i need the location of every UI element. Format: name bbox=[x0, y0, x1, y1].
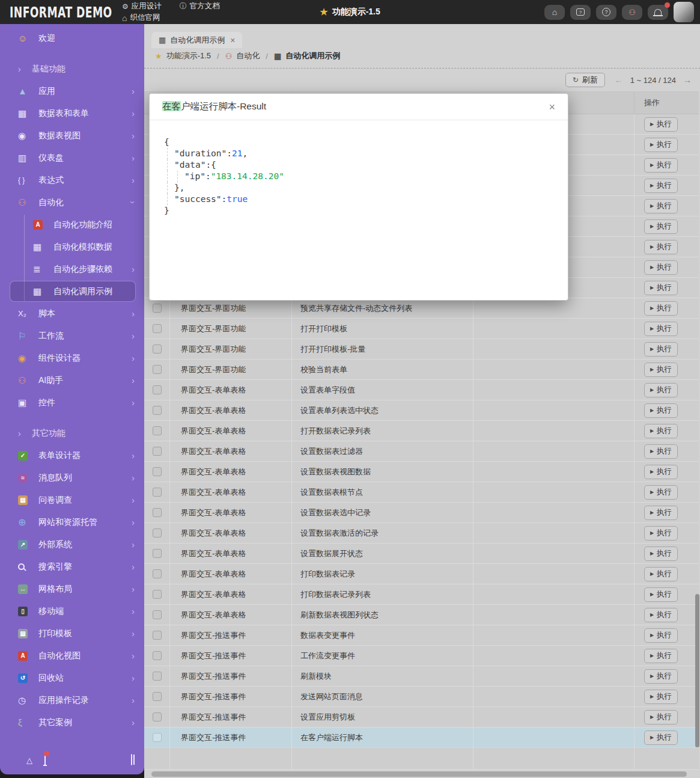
row-checkbox[interactable] bbox=[153, 631, 162, 640]
execute-button[interactable]: ▶执行 bbox=[644, 199, 678, 213]
execute-button[interactable]: ▶执行 bbox=[644, 444, 678, 459]
row-checkbox[interactable] bbox=[153, 651, 162, 660]
execute-button[interactable]: ▶执行 bbox=[644, 363, 678, 377]
bell-icon[interactable] bbox=[44, 755, 46, 765]
execute-button[interactable]: ▶执行 bbox=[644, 731, 678, 745]
execute-button[interactable]: ▶执行 bbox=[644, 240, 678, 254]
execute-button[interactable]: ▶执行 bbox=[644, 506, 678, 520]
row-checkbox[interactable] bbox=[153, 569, 162, 578]
row-checkbox[interactable] bbox=[153, 549, 162, 558]
execute-button[interactable]: ▶执行 bbox=[644, 587, 678, 602]
tab-close-icon[interactable]: × bbox=[230, 35, 235, 45]
table-row[interactable]: 界面交互-表单表格设置数据表根节点▶执行 bbox=[144, 482, 699, 503]
sidebar-item-15[interactable]: ⚇AI助手› bbox=[0, 369, 144, 391]
sidebar-item-13[interactable]: ⚐工作流› bbox=[0, 325, 144, 347]
sidebar-item-27[interactable]: A自动化视图› bbox=[0, 645, 144, 667]
table-row[interactable]: 界面交互-表单表格设置表单字段值▶执行 bbox=[144, 380, 699, 400]
close-icon[interactable]: × bbox=[549, 102, 555, 112]
sidebar-item-30[interactable]: ξ其它案例› bbox=[0, 711, 144, 734]
avatar[interactable] bbox=[674, 2, 694, 22]
sidebar-item-2[interactable]: ▲应用› bbox=[0, 80, 144, 102]
row-checkbox[interactable] bbox=[153, 304, 162, 313]
table-row[interactable]: 界面交互-推送事件在客户端运行脚本▶执行 bbox=[144, 727, 699, 748]
execute-button[interactable]: ▶执行 bbox=[644, 322, 678, 336]
sidebar-item-11[interactable]: ▦自动化调用示例 bbox=[0, 280, 144, 302]
sidebar-item-21[interactable]: ⊕网站和资源托管› bbox=[0, 511, 144, 533]
row-checkbox[interactable] bbox=[153, 385, 162, 394]
feedback-button[interactable]: ? bbox=[570, 5, 591, 20]
top-nav-item-0[interactable]: ⚙应用设计 bbox=[122, 1, 162, 11]
sidebar-item-20[interactable]: ▤问卷调查› bbox=[0, 489, 144, 511]
execute-button[interactable]: ▶执行 bbox=[644, 301, 678, 316]
sidebar-item-12[interactable]: X₂脚本› bbox=[0, 302, 144, 325]
execute-button[interactable]: ▶执行 bbox=[644, 383, 678, 397]
row-checkbox[interactable] bbox=[153, 345, 162, 354]
table-row[interactable]: 界面交互-推送事件数据表变更事件▶执行 bbox=[144, 625, 699, 646]
execute-button[interactable]: ▶执行 bbox=[644, 628, 678, 643]
alert-triangle-icon[interactable]: △ bbox=[26, 756, 32, 765]
row-checkbox[interactable] bbox=[153, 610, 162, 619]
row-checkbox[interactable] bbox=[153, 365, 162, 374]
execute-button[interactable]: ▶执行 bbox=[644, 219, 678, 234]
table-row[interactable]: 界面交互-表单表格设置数据表选中记录▶执行 bbox=[144, 503, 699, 523]
table-row[interactable]: 界面交互-推送事件刷新模块▶执行 bbox=[144, 666, 699, 687]
sidebar-item-9[interactable]: ▦自动化模拟数据 bbox=[0, 236, 144, 258]
table-row[interactable]: 界面交互-表单表格打印数据表记录▶执行 bbox=[144, 564, 699, 584]
help-button[interactable]: ? bbox=[596, 5, 616, 20]
execute-button[interactable]: ▶执行 bbox=[644, 179, 678, 193]
row-checkbox[interactable] bbox=[153, 692, 162, 701]
sidebar-item-5[interactable]: ▥仪表盘› bbox=[0, 147, 144, 169]
execute-button[interactable]: ▶执行 bbox=[644, 526, 678, 541]
sidebar-item-24[interactable]: ↔网格布局› bbox=[0, 578, 144, 600]
table-row[interactable]: 界面交互-表单表格打开数据表记录列表▶执行 bbox=[144, 421, 699, 441]
sidebar-item-23[interactable]: 搜索引擎› bbox=[0, 556, 144, 578]
row-checkbox[interactable] bbox=[153, 712, 162, 721]
sidebar-item-29[interactable]: ◷应用操作记录› bbox=[0, 689, 144, 711]
table-row[interactable]: 界面交互-表单表格设置数据表视图数据▶执行 bbox=[144, 462, 699, 482]
table-row[interactable]: 界面交互-表单表格设置数据展开状态▶执行 bbox=[144, 544, 699, 564]
prev-page-icon[interactable]: ← bbox=[615, 75, 623, 85]
horizontal-scrollbar[interactable] bbox=[151, 771, 687, 777]
breadcrumb-item-1[interactable]: ⚇自动化 bbox=[225, 51, 260, 61]
sidebar-item-10[interactable]: ≣自动化步骤依赖› bbox=[0, 258, 144, 280]
table-row[interactable]: 界面交互-表单表格设置表单列表选中状态▶执行 bbox=[144, 400, 699, 421]
execute-button[interactable]: ▶执行 bbox=[644, 260, 678, 275]
table-row[interactable]: 界面交互-推送事件发送网站页面消息▶执行 bbox=[144, 687, 699, 707]
next-page-icon[interactable]: → bbox=[683, 75, 692, 85]
row-checkbox[interactable] bbox=[153, 672, 162, 681]
execute-button[interactable]: ▶执行 bbox=[644, 465, 678, 479]
top-nav-item-1[interactable]: ⓘ官方文档 bbox=[180, 1, 220, 11]
tab-automation-examples[interactable]: ▦ 自动化调用示例 × bbox=[151, 32, 242, 48]
table-row[interactable]: 界面交互-表单表格设置数据表激活的记录▶执行 bbox=[144, 523, 699, 544]
sidebar-group-17[interactable]: ›其它功能 bbox=[0, 422, 144, 444]
row-checkbox[interactable] bbox=[153, 447, 162, 456]
sidebar-item-22[interactable]: ↗外部系统› bbox=[0, 533, 144, 556]
row-checkbox[interactable] bbox=[153, 508, 162, 517]
notifications-button[interactable] bbox=[648, 5, 668, 20]
sidebar-item-26[interactable]: ▤打印模板› bbox=[0, 622, 144, 645]
refresh-button[interactable]: ↻ 刷新 bbox=[565, 73, 605, 87]
sidebar-item-4[interactable]: ◉数据表视图› bbox=[0, 124, 144, 147]
table-row[interactable]: 界面交互-推送事件工作流变更事件▶执行 bbox=[144, 646, 699, 666]
execute-button[interactable]: ▶执行 bbox=[644, 424, 678, 438]
row-checkbox[interactable] bbox=[153, 426, 162, 435]
vertical-scrollbar[interactable] bbox=[695, 594, 699, 747]
table-row[interactable]: 界面交互-界面功能校验当前表单▶执行 bbox=[144, 360, 699, 380]
execute-button[interactable]: ▶执行 bbox=[644, 710, 678, 724]
sidebar-item-19[interactable]: ≈消息队列› bbox=[0, 467, 144, 489]
sidebar-item-8[interactable]: A自动化功能介绍 bbox=[0, 213, 144, 236]
execute-button[interactable]: ▶执行 bbox=[644, 690, 678, 704]
sidebar-item-25[interactable]: ▯移动端› bbox=[0, 600, 144, 622]
breadcrumb-item-2[interactable]: ▦自动化调用示例 bbox=[274, 51, 340, 61]
table-row[interactable]: 界面交互-推送事件设置应用剪切板▶执行 bbox=[144, 707, 699, 727]
sidebar-item-0[interactable]: ☺欢迎 bbox=[0, 27, 144, 49]
execute-button[interactable]: ▶执行 bbox=[644, 117, 678, 132]
sidebar-item-3[interactable]: ▦数据表和表单› bbox=[0, 102, 144, 124]
execute-button[interactable]: ▶执行 bbox=[644, 342, 678, 357]
table-row[interactable]: 界面交互-表单表格刷新数据表视图列状态▶执行 bbox=[144, 605, 699, 625]
table-row[interactable]: 界面交互-界面功能打开打印模板-批量▶执行 bbox=[144, 339, 699, 360]
row-checkbox[interactable] bbox=[153, 528, 162, 538]
execute-button[interactable]: ▶执行 bbox=[644, 138, 678, 152]
row-checkbox[interactable] bbox=[153, 733, 162, 742]
execute-button[interactable]: ▶执行 bbox=[644, 567, 678, 581]
